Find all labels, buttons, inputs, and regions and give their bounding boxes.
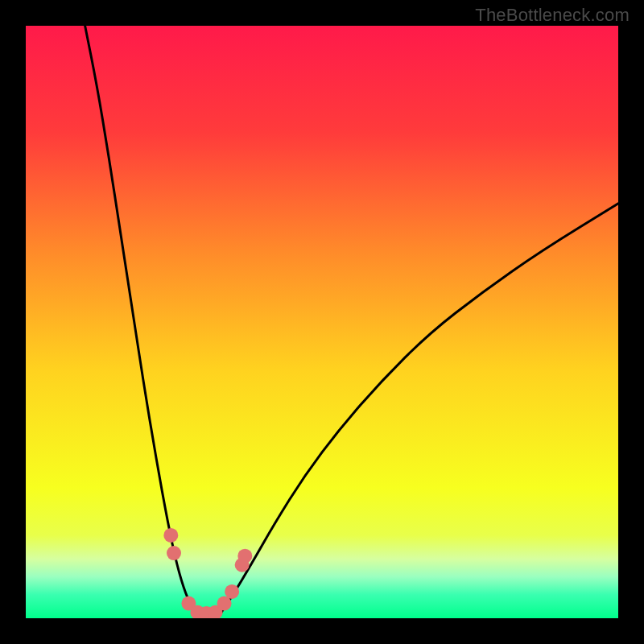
series-left-branch: [85, 26, 195, 613]
highlight-marker: [225, 584, 239, 599]
chart-frame: TheBottleneck.com: [0, 0, 644, 644]
chart-curves: [26, 26, 618, 618]
plot-area: [26, 26, 618, 618]
series-right-branch: [221, 204, 618, 613]
highlight-marker: [167, 546, 181, 560]
highlight-marker: [217, 597, 232, 611]
watermark-text: TheBottleneck.com: [475, 5, 630, 26]
highlight-marker: [163, 528, 178, 543]
highlight-marker: [237, 549, 252, 564]
